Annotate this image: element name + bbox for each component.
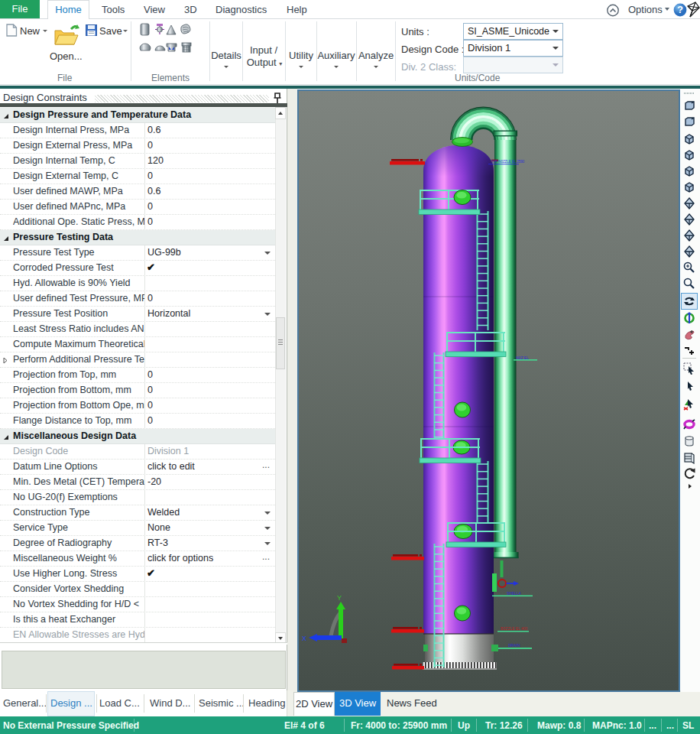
svg-text:DRAIN: DRAIN xyxy=(508,643,520,648)
svg-text:?: ? xyxy=(677,5,683,15)
svg-text:X: X xyxy=(302,635,306,642)
svg-text:SHELL4: SHELL4 xyxy=(507,591,521,596)
svg-text:T0P N0ZZLE EL 2590: T0P N0ZZLE EL 2590 xyxy=(491,160,525,164)
svg-text:N0Z EL: N0Z EL xyxy=(516,356,529,360)
svg-text:Y: Y xyxy=(337,594,342,602)
svg-text:B0ZZLE EL 400: B0ZZLE EL 400 xyxy=(501,626,528,631)
